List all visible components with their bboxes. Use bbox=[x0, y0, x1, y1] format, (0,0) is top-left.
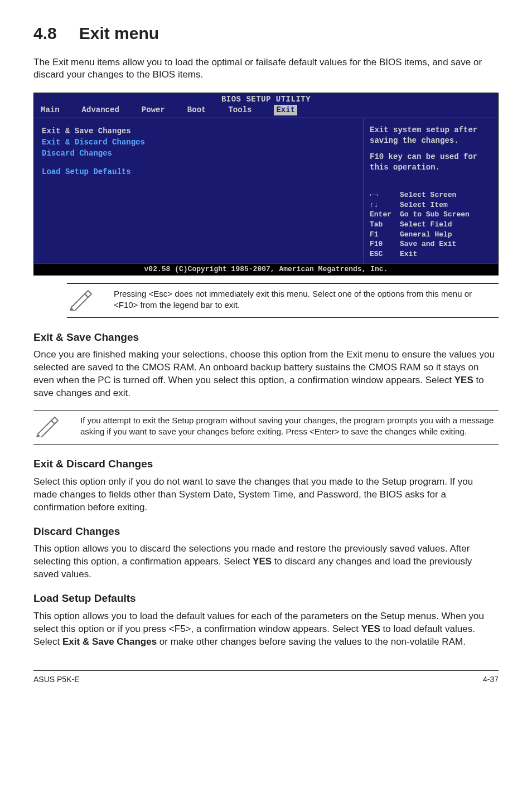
legend-row: EnterGo to Sub Screen bbox=[370, 210, 492, 220]
legend-key: F1 bbox=[370, 230, 395, 240]
legend-row: F1General Help bbox=[370, 230, 492, 240]
footer-right: 4-37 bbox=[483, 674, 499, 685]
note-box: If you attempt to exit the Setup program… bbox=[33, 410, 499, 445]
legend-row: ←→Select Screen bbox=[370, 190, 492, 200]
legend-action: Select Screen bbox=[400, 190, 456, 200]
bios-tab-advanced: Advanced bbox=[82, 105, 119, 115]
page-footer: ASUS P5K-E 4-37 bbox=[33, 670, 499, 685]
bios-menu-item: Exit & Save Changes bbox=[42, 126, 356, 137]
legend-key: Enter bbox=[370, 210, 395, 220]
legend-action: Go to Sub Screen bbox=[400, 210, 470, 220]
body-discard: This option allows you to discard the se… bbox=[33, 543, 499, 581]
legend-row: F10Save and Exit bbox=[370, 239, 492, 249]
bios-menu-item: Load Setup Defaults bbox=[42, 167, 356, 177]
footer-left: ASUS P5K-E bbox=[33, 674, 79, 685]
bios-help-panel: Exit system setup after saving the chang… bbox=[364, 118, 498, 263]
bios-menu-item: Discard Changes bbox=[42, 148, 356, 159]
pencil-note-icon bbox=[67, 288, 95, 313]
legend-action: Select Field bbox=[400, 220, 452, 230]
bios-tab-power: Power bbox=[142, 105, 165, 115]
body-exit-discard: Select this option only if you do not wa… bbox=[33, 476, 499, 514]
bios-tab-row: Main Advanced Power Boot Tools Exit bbox=[34, 105, 498, 118]
bios-tab-boot: Boot bbox=[187, 105, 206, 115]
legend-row: ↑↓Select Item bbox=[370, 200, 492, 210]
legend-action: Exit bbox=[400, 249, 417, 259]
bios-setup-screenshot: BIOS SETUP UTILITY Main Advanced Power B… bbox=[33, 93, 499, 275]
legend-key: ESC bbox=[370, 249, 395, 259]
text-fragment: or make other changes before saving the … bbox=[157, 636, 466, 647]
bios-legend: ←→Select Screen ↑↓Select Item EnterGo to… bbox=[370, 190, 492, 259]
intro-paragraph: The Exit menu items allow you to load th… bbox=[33, 56, 499, 82]
legend-action: Save and Exit bbox=[400, 239, 456, 249]
bios-tab-tools: Tools bbox=[228, 105, 252, 115]
note-box: Pressing <Esc> does not immediately exit… bbox=[67, 283, 499, 318]
legend-row: TabSelect Field bbox=[370, 220, 492, 230]
bios-help-line: F10 key can be used for this operation. bbox=[370, 152, 492, 173]
text-fragment: Once you are finished making your select… bbox=[33, 349, 495, 385]
subheading-exit-save: Exit & Save Changes bbox=[33, 330, 499, 345]
legend-key: ↑↓ bbox=[370, 200, 395, 210]
legend-row: ESCExit bbox=[370, 249, 492, 259]
section-title-text: Exit menu bbox=[79, 24, 159, 42]
bios-help-text: Exit system setup after saving the chang… bbox=[370, 125, 492, 178]
legend-action: Select Item bbox=[400, 200, 448, 210]
body-load-defaults: This option allows you to load the defau… bbox=[33, 610, 499, 649]
body-exit-save: Once you are finished making your select… bbox=[33, 349, 499, 400]
bios-menu-item: Exit & Discard Changes bbox=[42, 137, 356, 148]
legend-key: Tab bbox=[370, 220, 395, 230]
spacer bbox=[42, 159, 356, 167]
section-number: 4.8 bbox=[33, 22, 57, 45]
section-header: 4.8Exit menu bbox=[33, 22, 499, 45]
bold-yes: YES bbox=[361, 624, 380, 634]
bios-footer: v02.58 (C)Copyright 1985-2007, American … bbox=[34, 263, 498, 275]
bios-menu-panel: Exit & Save Changes Exit & Discard Chang… bbox=[34, 118, 364, 263]
bios-help-line: Exit system setup after saving the chang… bbox=[370, 125, 492, 146]
pencil-note-icon bbox=[33, 415, 61, 439]
bios-title: BIOS SETUP UTILITY bbox=[34, 93, 498, 105]
subheading-load-defaults: Load Setup Defaults bbox=[33, 591, 499, 606]
note-text: If you attempt to exit the Setup program… bbox=[80, 415, 496, 438]
bios-tab-main: Main bbox=[41, 105, 60, 115]
subheading-exit-discard: Exit & Discard Changes bbox=[33, 457, 499, 471]
legend-key: ←→ bbox=[370, 190, 395, 200]
bold-exit-save-changes: Exit & Save Changes bbox=[62, 636, 157, 647]
bold-yes: YES bbox=[253, 556, 272, 567]
bold-yes: YES bbox=[454, 375, 473, 385]
bios-tab-exit: Exit bbox=[274, 105, 297, 115]
legend-key: F10 bbox=[370, 239, 395, 249]
legend-action: General Help bbox=[400, 230, 452, 240]
subheading-discard: Discard Changes bbox=[33, 524, 499, 539]
bios-body: Exit & Save Changes Exit & Discard Chang… bbox=[34, 118, 498, 263]
note-text: Pressing <Esc> does not immediately exit… bbox=[114, 288, 496, 311]
